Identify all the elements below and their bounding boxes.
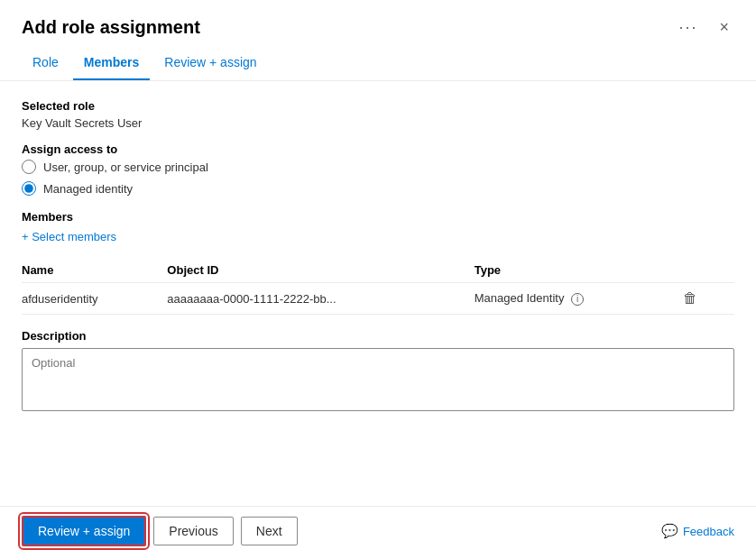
radio-user-group-label: User, group, or service principal — [43, 160, 208, 174]
members-table: Name Object ID Type afduseridentity aaaa… — [22, 258, 734, 315]
col-header-name: Name — [22, 258, 167, 283]
cell-name: afduseridentity — [22, 283, 167, 315]
radio-managed-identity-input[interactable] — [22, 181, 36, 196]
dialog-title: Add role assignment — [22, 17, 200, 38]
info-icon[interactable]: i — [571, 293, 584, 306]
col-header-type: Type — [475, 258, 678, 283]
next-button[interactable]: Next — [241, 517, 298, 545]
tab-members[interactable]: Members — [73, 48, 150, 80]
tab-review-assign[interactable]: Review + assign — [153, 48, 267, 80]
cell-type-text: Managed Identity — [475, 291, 565, 305]
assign-access-label: Assign access to — [22, 142, 734, 156]
add-role-assignment-dialog: Add role assignment ··· × Role Members R… — [0, 0, 756, 559]
radio-user-group-input[interactable] — [22, 160, 36, 174]
header-actions: ··· × — [673, 16, 734, 39]
description-textarea[interactable] — [22, 348, 734, 411]
cell-delete: 🗑 — [678, 283, 734, 315]
cell-type: Managed Identity i — [475, 283, 678, 315]
selected-role-value: Key Vault Secrets User — [22, 116, 734, 130]
radio-managed-identity[interactable]: Managed identity — [22, 181, 734, 196]
dialog-footer: Review + assign Previous Next 💬 Feedback — [0, 506, 756, 559]
table-header-row: Name Object ID Type — [22, 258, 734, 283]
feedback-label: Feedback — [683, 525, 734, 538]
members-section-label: Members — [22, 210, 734, 224]
ellipsis-button[interactable]: ··· — [673, 16, 703, 39]
assign-access-radio-group: User, group, or service principal Manage… — [22, 160, 734, 196]
select-members-link[interactable]: + Select members — [22, 230, 116, 243]
select-members-label: + Select members — [22, 230, 116, 243]
tab-role[interactable]: Role — [22, 48, 69, 80]
tab-bar: Role Members Review + assign — [0, 48, 756, 81]
previous-button[interactable]: Previous — [153, 517, 233, 545]
dialog-content: Selected role Key Vault Secrets User Ass… — [0, 81, 756, 506]
dialog-header: Add role assignment ··· × — [0, 0, 756, 48]
col-header-object-id: Object ID — [167, 258, 474, 283]
feedback-button[interactable]: 💬 Feedback — [661, 523, 734, 539]
review-assign-button[interactable]: Review + assign — [22, 516, 146, 546]
feedback-icon: 💬 — [661, 523, 678, 539]
selected-role-label: Selected role — [22, 99, 734, 113]
radio-managed-identity-label: Managed identity — [43, 182, 133, 196]
table-row: afduseridentity aaaaaaaa-0000-1111-2222-… — [22, 283, 734, 315]
description-label: Description — [22, 329, 734, 343]
radio-user-group[interactable]: User, group, or service principal — [22, 160, 734, 174]
close-button[interactable]: × — [714, 16, 734, 39]
cell-object-id: aaaaaaaa-0000-1111-2222-bb... — [167, 283, 474, 315]
col-header-action — [678, 258, 734, 283]
delete-icon[interactable]: 🗑 — [678, 289, 703, 307]
